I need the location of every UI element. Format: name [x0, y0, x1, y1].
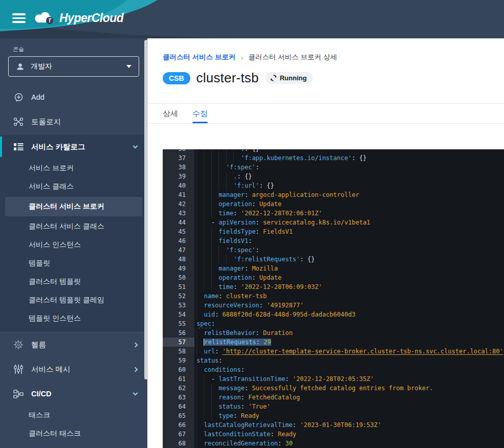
code-line[interactable]: 45 fieldsType: FieldsV1 — [163, 227, 504, 236]
line-number: 42 — [163, 199, 194, 209]
sidebar-subitem-클러스터-서비스-클래스[interactable]: 클러스터 서비스 클래스 — [0, 217, 147, 236]
code-text: lastConditionState: Ready — [194, 430, 504, 439]
code-line[interactable]: 60 conditions: — [163, 365, 504, 374]
code-line[interactable]: 68 reconciledGeneration: 30 — [163, 439, 504, 448]
code-line[interactable]: 39 .: {} — [163, 172, 504, 181]
breadcrumb: 클러스터 서비스 브로커 › 클러스터 서비스 브로커 상세 — [147, 38, 504, 62]
code-text: type: Ready — [194, 411, 504, 420]
top-header: T HyperCloud — [0, 0, 504, 38]
code-line[interactable]: 66 lastCatalogRetrievalTime: '2023-01-30… — [163, 420, 504, 430]
console-label: 콘솔 — [13, 46, 147, 53]
sidebar-subitem-서비스-인스턴스[interactable]: 서비스 인스턴스 — [0, 236, 147, 254]
code-line[interactable]: 54 uid: 6888f20d-628d-448d-995d-dadacb60… — [163, 310, 504, 319]
sidebar-subitem-서비스-클래스[interactable]: 서비스 클래스 — [0, 177, 147, 196]
sidebar-subitem-클러스터-서비스-브로커[interactable]: 클러스터 서비스 브로커 — [5, 197, 142, 216]
code-text: resourceVersion: '49192877' — [194, 301, 504, 310]
yaml-editor[interactable]: 36 .: {}37 'f:app.kubernetes.io/instance… — [163, 149, 504, 448]
sidebar-subitem-클러스터-태스크[interactable]: 클러스터 태스크 — [0, 424, 147, 443]
code-line[interactable]: 55spec: — [163, 319, 504, 328]
line-number: 64 — [163, 402, 194, 411]
line-number: 51 — [163, 282, 194, 292]
code-text: 'f:app.kubernetes.io/instance': {} — [194, 153, 504, 163]
code-line[interactable]: 61 - lastTransitionTime: '2022-12-28T02:… — [163, 374, 504, 384]
line-number: 48 — [163, 255, 194, 264]
code-text: lastCatalogRetrievalTime: '2023-01-30T06… — [194, 420, 504, 430]
line-number: 43 — [163, 209, 194, 218]
line-number: 62 — [163, 384, 194, 393]
line-number: 56 — [163, 328, 194, 338]
code-line[interactable]: 57 relistRequests: 29 — [163, 338, 504, 347]
chevron-right-icon — [133, 342, 138, 347]
code-text: uid: 6888f20d-628d-448d-995d-dadacb6040d… — [194, 310, 504, 319]
hamburger-menu-icon[interactable] — [12, 13, 26, 25]
breadcrumb-parent-link[interactable]: 클러스터 서비스 브로커 — [163, 53, 236, 62]
line-number: 54 — [163, 310, 194, 319]
code-line[interactable]: 64 status: 'True' — [163, 402, 504, 411]
tab-detail[interactable]: 상세 — [163, 104, 178, 123]
sidebar-item-add[interactable]: Add — [0, 85, 147, 109]
sidebar-subitem-서비스-브로커[interactable]: 서비스 브로커 — [0, 159, 147, 177]
code-line[interactable]: 62 message: Successfully fetched catalog… — [163, 384, 504, 393]
line-number: 39 — [163, 172, 194, 181]
sidebar-subitem-클러스터-템플릿[interactable]: 클러스터 템플릿 — [0, 273, 147, 291]
tab-bar: 상세 수정 — [147, 103, 504, 124]
line-number: 58 — [163, 347, 194, 356]
code-line[interactable]: 51 time: '2022-12-28T06:09:03Z' — [163, 282, 504, 292]
code-text: fieldsV1: — [194, 236, 504, 245]
code-line[interactable]: 63 reason: FetchedCatalog — [163, 393, 504, 402]
sidebar-item-서비스-카탈로그[interactable]: 서비스 카탈로그 — [0, 135, 147, 159]
code-text: operation: Update — [194, 273, 504, 282]
code-line[interactable]: 38 'f:spec': — [163, 163, 504, 172]
code-text: 'f:spec': — [194, 163, 504, 172]
sidebar-item-label: 토폴로지 — [31, 117, 137, 127]
resource-title-row: CSB cluster-tsb Running — [147, 62, 504, 86]
code-line[interactable]: 65 type: Ready — [163, 411, 504, 420]
code-line[interactable]: 46 fieldsV1: — [163, 236, 504, 245]
code-line[interactable]: 67 lastConditionState: Ready — [163, 430, 504, 439]
sidebar-item-토폴로지[interactable]: 토폴로지 — [0, 109, 147, 134]
code-line[interactable]: 58 url: 'http://cluster-template-service… — [163, 347, 504, 356]
active-section-accent — [0, 137, 2, 157]
line-number: 68 — [163, 439, 194, 448]
brand-logo[interactable]: T HyperCloud — [35, 10, 123, 26]
sidebar-subitem-템플릿[interactable]: 템플릿 — [0, 254, 147, 273]
sidebar-item-서비스-메시[interactable]: 서비스 메시 — [0, 357, 147, 382]
code-line[interactable]: 48 'f:relistRequests': {} — [163, 255, 504, 264]
page: T HyperCloud 콘솔 개발자 Add토폴로지서비스 카탈로그서비스 브… — [0, 0, 504, 448]
code-line[interactable]: 49 manager: Mozilla — [163, 264, 504, 273]
role-selector[interactable]: 개발자 — [8, 56, 139, 77]
sidebar-item-헬름[interactable]: 헬름 — [0, 332, 147, 357]
code-text: status: 'True' — [194, 402, 504, 411]
code-line[interactable]: 43 time: '2022-12-28T02:06:01Z' — [163, 209, 504, 218]
code-line[interactable]: 56 relistBehavior: Duration — [163, 328, 504, 338]
svg-text:T: T — [48, 18, 52, 24]
code-line[interactable]: 59status: — [163, 356, 504, 365]
line-number: 40 — [163, 181, 194, 190]
line-number: 50 — [163, 273, 194, 282]
cloud-logo-icon: T — [35, 10, 55, 26]
code-line[interactable]: 40 'f:url': {} — [163, 181, 504, 190]
sidebar-subitem-태스크-런[interactable]: 태스크 런 — [0, 443, 147, 448]
code-line[interactable]: 41 manager: argocd-application-controlle… — [163, 190, 504, 199]
tab-edit[interactable]: 수정 — [192, 104, 208, 123]
content-scrollbar[interactable] — [144, 40, 148, 379]
chevron-down-icon — [133, 391, 138, 396]
code-line[interactable]: 50 operation: Update — [163, 273, 504, 282]
code-text: relistBehavior: Duration — [194, 328, 504, 338]
sidebar-subitem-클러스터-템플릿-클레임[interactable]: 클러스터 템플릿 클레임 — [0, 291, 147, 309]
sidebar-subitem-태스크[interactable]: 태스크 — [0, 406, 147, 424]
code-text: reconciledGeneration: 30 — [194, 439, 504, 448]
sidebar-subitem-템플릿-인스턴스[interactable]: 템플릿 인스턴스 — [0, 309, 147, 328]
code-line[interactable]: 53 resourceVersion: '49192877' — [163, 301, 504, 310]
code-line[interactable]: 37 'f:app.kubernetes.io/instance': {} — [163, 153, 504, 163]
sidebar-item-ci-cd[interactable]: CI/CD — [0, 382, 147, 406]
code-line[interactable]: 52 name: cluster-tsb — [163, 292, 504, 301]
code-line[interactable]: 36 .: {} — [163, 149, 504, 153]
line-number: 36 — [163, 149, 194, 153]
breadcrumb-separator-icon: › — [241, 53, 244, 62]
code-line[interactable]: 47 'f:spec': — [163, 245, 504, 255]
code-line[interactable]: 42 operation: Update — [163, 199, 504, 209]
code-line[interactable]: 44 - apiVersion: servicecatalog.k8s.io/v… — [163, 218, 504, 227]
line-number: 67 — [163, 430, 194, 439]
resource-kind-badge: CSB — [163, 72, 190, 84]
